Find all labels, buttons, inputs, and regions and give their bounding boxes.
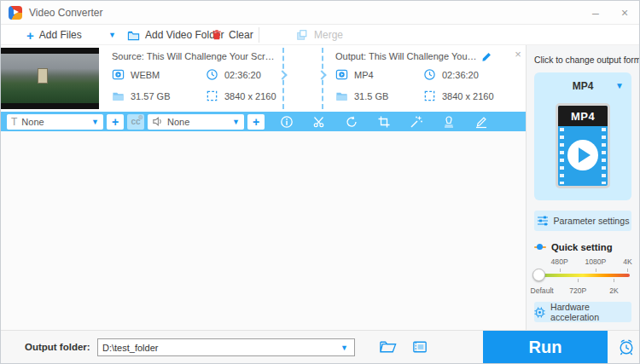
merge-label: Merge — [314, 29, 343, 41]
main-toolbar: + Add Files ▼ Add Video Folder Clear Mer… — [1, 25, 639, 45]
output-resolution: 3840 x 2160 — [423, 90, 494, 102]
hardware-acceleration-label: Hardware acceleration — [550, 302, 631, 322]
rotate-icon[interactable] — [345, 115, 358, 129]
format-icon — [335, 68, 348, 81]
output-folder-label: Output folder: — [25, 342, 90, 352]
slider-tick — [627, 269, 628, 272]
source-duration: 02:36:20 — [206, 68, 261, 81]
parameter-settings-label: Parameter settings — [554, 216, 630, 226]
title-bar: Video Converter – × — [1, 1, 639, 25]
quick-setting-icon — [534, 245, 546, 250]
output-format: MP4 — [335, 68, 374, 81]
slider-label-720p: 720P — [569, 286, 586, 295]
add-files-dropdown-button[interactable]: ▼ — [108, 25, 116, 45]
source-resolution-value: 3840 x 2160 — [224, 91, 276, 101]
crop-icon[interactable] — [377, 115, 391, 129]
quick-setting-label: Quick setting — [551, 242, 613, 252]
trash-icon — [211, 29, 224, 42]
alarm-clock-icon[interactable] — [617, 338, 635, 355]
merge-button[interactable]: Merge — [296, 25, 343, 45]
hardware-acceleration-button[interactable]: Hardware acceleration — [534, 302, 631, 322]
chevron-right-icon — [317, 70, 326, 79]
add-subtitle-button[interactable]: + — [107, 114, 124, 130]
add-files-button[interactable]: + Add Files — [26, 25, 82, 45]
slider-label-4k: 4K — [623, 257, 632, 266]
slider-label-default: Default — [530, 286, 553, 295]
quick-setting-header: Quick setting — [534, 242, 631, 252]
slider-label-2k: 2K — [609, 286, 619, 295]
output-format-value: MP4 — [354, 70, 374, 80]
watermark-stamp-icon[interactable] — [442, 115, 456, 129]
format-hint: Click to change output format: — [534, 55, 631, 65]
output-duration-value: 02:36:20 — [442, 70, 479, 80]
output-resolution-value: 3840 x 2160 — [442, 91, 494, 101]
subtitle-track-select[interactable]: T None ▼ — [7, 114, 103, 130]
browse-folder-icon[interactable] — [379, 338, 397, 356]
slider-track[interactable] — [536, 274, 630, 277]
subtitle-track-value: None — [21, 117, 44, 127]
format-icon-label: MP4 — [558, 106, 608, 126]
merge-icon — [296, 29, 309, 42]
resolution-icon — [206, 90, 218, 102]
chevron-down-icon: ▼ — [91, 118, 99, 126]
clock-icon — [206, 68, 218, 81]
cut-scissors-icon[interactable] — [312, 115, 326, 129]
track-toolbar: T None ▼ + cc ⚙ None ▼ + — [1, 112, 527, 131]
close-button[interactable]: × — [610, 1, 639, 24]
format-icon — [112, 68, 125, 81]
locate-output-file-icon[interactable] — [411, 338, 429, 356]
subtitle-settings-button[interactable]: cc ⚙ — [127, 114, 144, 130]
slider-label-480p: 480P — [551, 257, 568, 266]
add-video-folder-button[interactable]: Add Video Folder — [127, 25, 224, 45]
convert-arrow — [322, 48, 323, 109]
source-duration-value: 02:36:20 — [224, 70, 261, 80]
edit-pen-icon[interactable] — [474, 115, 488, 129]
add-folder-icon — [127, 29, 140, 42]
clock-icon — [423, 68, 436, 81]
output-title: Output: This Will Challenge Your Screen_… — [335, 51, 477, 61]
sliders-icon — [537, 215, 549, 227]
play-icon — [567, 140, 598, 170]
minimize-button[interactable]: – — [581, 1, 610, 24]
remove-file-button[interactable]: × — [511, 47, 525, 61]
subtitle-t-icon: T — [11, 116, 17, 128]
audio-track-select[interactable]: None ▼ — [148, 114, 244, 130]
source-format: WEBM — [112, 68, 160, 81]
output-format-sidebar: Click to change output format: MP4 ▼ MP4… — [526, 45, 639, 332]
add-audio-button[interactable]: + — [247, 114, 265, 130]
slider-thumb[interactable] — [532, 269, 545, 281]
effects-wand-icon[interactable] — [410, 115, 423, 129]
info-icon[interactable] — [280, 115, 294, 129]
format-name: MP4 — [573, 80, 594, 92]
gear-icon: ⚙ — [138, 114, 143, 121]
file-size-icon — [112, 90, 125, 102]
add-files-label: Add Files — [39, 29, 82, 41]
convert-arrow — [282, 48, 284, 109]
output-folder-input[interactable] — [97, 338, 355, 356]
output-format-card[interactable]: MP4 ▼ MP4 — [534, 72, 631, 200]
slider-tick — [614, 279, 614, 282]
plus-icon: + — [26, 29, 34, 42]
toolbar-divider — [259, 27, 259, 43]
speaker-icon — [152, 116, 163, 127]
app-title: Video Converter — [29, 7, 103, 19]
source-size-value: 31.57 GB — [131, 91, 170, 101]
file-row[interactable]: Source: This Will Challenge Your Screen_… — [1, 45, 527, 112]
file-list-area: Source: This Will Challenge Your Screen_… — [1, 45, 526, 332]
resolution-icon — [423, 90, 436, 102]
source-format-value: WEBM — [131, 70, 160, 80]
parameter-settings-button[interactable]: Parameter settings — [534, 211, 631, 231]
chevron-down-icon[interactable]: ▼ — [615, 81, 624, 90]
output-duration: 02:36:20 — [423, 68, 479, 81]
mp4-format-icon: MP4 — [556, 103, 610, 188]
rename-pencil-icon[interactable] — [480, 50, 493, 63]
chevron-right-icon — [277, 70, 287, 79]
file-size-icon — [335, 90, 348, 102]
chevron-down-icon: ▼ — [108, 31, 116, 39]
source-title: Source: This Will Challenge Your Screen_… — [112, 51, 279, 61]
video-converter-window: Video Converter – × + Add Files ▼ Add Vi… — [0, 0, 640, 364]
app-logo-icon — [9, 6, 22, 20]
chip-icon — [534, 307, 545, 318]
clear-button[interactable]: Clear — [211, 25, 253, 45]
run-button[interactable]: Run — [483, 331, 608, 363]
